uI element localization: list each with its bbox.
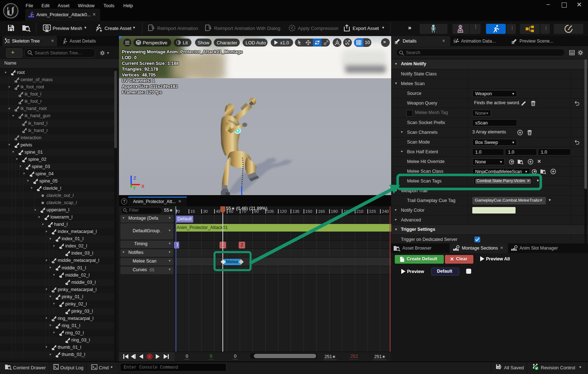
svg-text:X: X: [141, 184, 145, 189]
svg-text:Y: Y: [133, 185, 136, 191]
svg-text:Z: Z: [133, 175, 136, 181]
